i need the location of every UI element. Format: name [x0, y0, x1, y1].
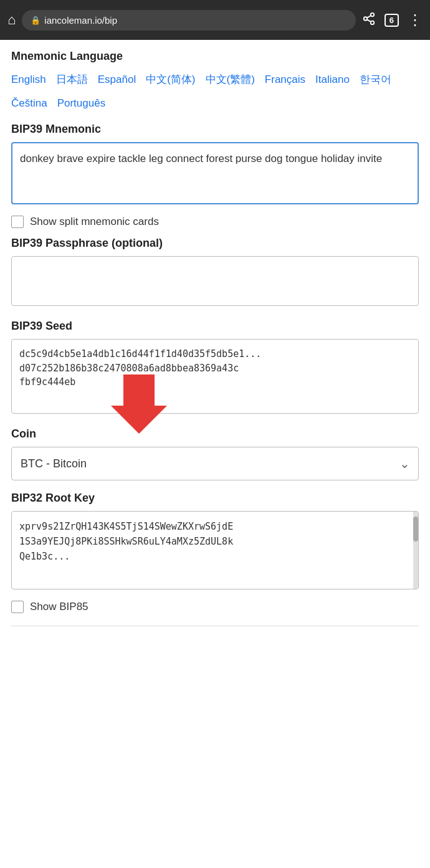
tab-count[interactable]: 6 — [385, 14, 399, 27]
bip39-seed-label: BIP39 Seed — [11, 320, 419, 333]
lang-italian[interactable]: Italiano — [315, 69, 350, 90]
mnemonic-input[interactable]: donkey brave expire tackle leg connect f… — [11, 142, 419, 204]
lang-portuguese[interactable]: Português — [57, 93, 106, 114]
bip39-passphrase-section: BIP39 Passphrase (optional) — [11, 237, 419, 308]
coin-select-wrapper: BTC - Bitcoin ETH - Ethereum LTC - Litec… — [11, 447, 419, 480]
scrollbar-thumb[interactable] — [413, 517, 418, 541]
bip85-row: Show BIP85 — [11, 601, 419, 613]
split-mnemonic-label: Show split mnemonic cards — [30, 216, 159, 228]
lang-english[interactable]: English — [11, 69, 46, 90]
share-icon[interactable] — [362, 12, 376, 29]
lang-chinese-traditional[interactable]: 中文(繁體) — [206, 69, 255, 90]
language-section: Mnemonic Language English 日本語 Español 中文… — [11, 50, 419, 114]
bip39-passphrase-label: BIP39 Passphrase (optional) — [11, 237, 419, 250]
seed-value: dc5c9d4cb5e1a4db1c16d44f1f1d40d35f5db5e1… — [11, 339, 419, 414]
page-divider — [11, 626, 419, 626]
scrollbar[interactable] — [413, 512, 418, 589]
bip32-rootkey-label: BIP32 Root Key — [11, 492, 419, 505]
rootkey-value: xprv9s21ZrQH143K4S5TjS14SWewZKXrwS6jdE 1… — [12, 512, 418, 586]
split-mnemonic-row: Show split mnemonic cards — [11, 216, 419, 228]
page-content: Mnemonic Language English 日本語 Español 中文… — [0, 40, 430, 642]
svg-line-4 — [367, 15, 371, 17]
bip85-label: Show BIP85 — [30, 601, 88, 613]
lang-spanish[interactable]: Español — [98, 69, 136, 90]
browser-actions: 6 ⋮ — [362, 11, 423, 29]
url-bar[interactable]: 🔒 iancoleman.io/bip — [22, 10, 355, 31]
lang-french[interactable]: Français — [265, 69, 305, 90]
lang-korean[interactable]: 한국어 — [360, 69, 391, 90]
lang-chinese-simplified[interactable]: 中文(简体) — [146, 69, 195, 90]
mnemonic-language-label: Mnemonic Language — [11, 50, 419, 63]
lock-icon: 🔒 — [31, 16, 41, 25]
more-icon[interactable]: ⋮ — [408, 11, 423, 29]
home-icon[interactable]: ⌂ — [7, 12, 16, 28]
coin-label: Coin — [11, 427, 419, 441]
url-text: iancoleman.io/bip — [44, 15, 117, 26]
passphrase-input[interactable] — [11, 256, 419, 306]
split-mnemonic-checkbox[interactable] — [11, 216, 24, 228]
lang-czech[interactable]: Čeština — [11, 93, 47, 114]
coin-section: Coin BTC - Bitcoin ETH - Ethereum LTC - … — [11, 427, 419, 480]
coin-select[interactable]: BTC - Bitcoin ETH - Ethereum LTC - Litec… — [11, 447, 419, 480]
lang-japanese[interactable]: 日本語 — [56, 69, 88, 90]
bip39-mnemonic-section: BIP39 Mnemonic donkey brave expire tackl… — [11, 123, 419, 207]
bip85-checkbox[interactable] — [11, 601, 24, 613]
bip32-rootkey-section: BIP32 Root Key xprv9s21ZrQH143K4S5TjS14S… — [11, 492, 419, 589]
rootkey-wrapper: xprv9s21ZrQH143K4S5TjS14SWewZKXrwS6jdE 1… — [11, 511, 419, 589]
bip39-seed-section: BIP39 Seed dc5c9d4cb5e1a4db1c16d44f1f1d4… — [11, 320, 419, 416]
browser-chrome: ⌂ 🔒 iancoleman.io/bip 6 ⋮ — [0, 0, 430, 40]
svg-line-3 — [367, 19, 371, 22]
bip39-mnemonic-label: BIP39 Mnemonic — [11, 123, 419, 136]
language-links: English 日本語 Español 中文(简体) 中文(繁體) França… — [11, 69, 419, 114]
